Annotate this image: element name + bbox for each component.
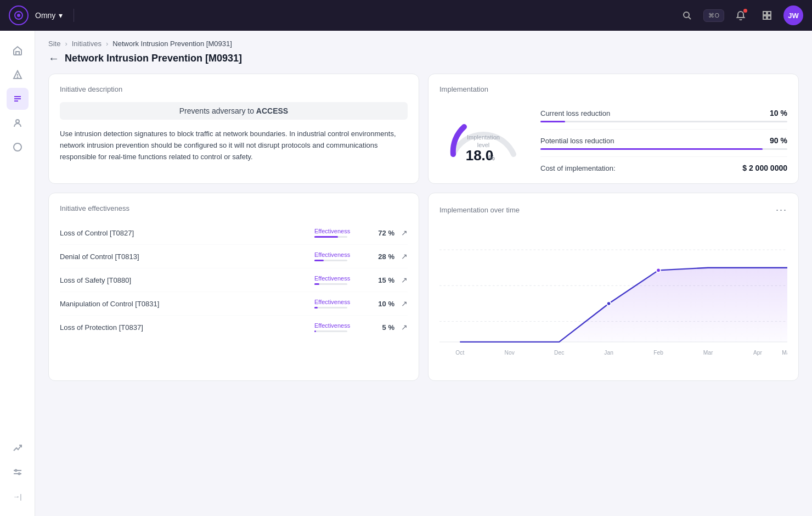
- eff-row-name: Denial of Control [T0813]: [60, 253, 308, 261]
- layout-icon[interactable]: [757, 5, 777, 25]
- potential-loss-row: Potential loss reduction 90 %: [540, 130, 787, 157]
- current-loss-value: 10 %: [770, 109, 787, 117]
- effectiveness-row: Loss of Control [T0827] Effectiveness 72…: [60, 221, 408, 245]
- cost-label: Cost of implementation:: [540, 164, 616, 172]
- sidebar-item-circle[interactable]: [7, 136, 29, 158]
- eff-row-pct: 10 %: [370, 300, 394, 308]
- breadcrumb-initiatives[interactable]: Initiatives: [72, 40, 101, 48]
- eff-row-tag: Effectiveness: [314, 322, 364, 332]
- svg-text:Jan: Jan: [604, 350, 613, 356]
- nav-logo: [9, 5, 29, 25]
- effectiveness-row: Loss of Safety [T0880] Effectiveness 15 …: [60, 268, 408, 292]
- breadcrumb-current: Network Intrusion Prevention [M0931]: [112, 40, 232, 48]
- effectiveness-card: Initiative effectiveness Loss of Control…: [48, 193, 419, 381]
- svg-text:%: %: [488, 154, 495, 162]
- nav-divider: [74, 9, 74, 22]
- eff-row-tag: Effectiveness: [314, 251, 364, 261]
- search-icon[interactable]: [677, 5, 697, 25]
- eff-row-pct: 15 %: [370, 276, 394, 284]
- user-avatar[interactable]: JW: [783, 5, 803, 25]
- svg-rect-4: [763, 12, 766, 15]
- eff-row-name: Loss of Protection [T0837]: [60, 323, 308, 332]
- svg-text:Oct: Oct: [455, 350, 464, 356]
- page-title-row: ← Network Intrusion Prevention [M0931]: [48, 52, 799, 65]
- svg-text:Feb: Feb: [653, 350, 663, 356]
- main-content: Site › Initiatives › Network Intrusion P…: [35, 31, 812, 516]
- cost-row: Cost of implementation: $ 2 000 0000: [540, 157, 787, 172]
- current-loss-bar-fill: [540, 121, 565, 122]
- nav-brand-label: Omny: [35, 11, 55, 20]
- eff-row-pct: 72 %: [370, 229, 394, 237]
- current-loss-row: Current loss reduction 10 %: [540, 102, 787, 130]
- svg-point-19: [18, 473, 20, 475]
- eff-row-link[interactable]: ↗: [401, 323, 408, 332]
- svg-line-3: [689, 17, 691, 19]
- breadcrumb-site[interactable]: Site: [48, 40, 60, 48]
- left-sidebar: →|: [0, 31, 35, 516]
- svg-rect-8: [16, 52, 19, 55]
- svg-point-28: [607, 301, 611, 305]
- sidebar-collapse-button[interactable]: →|: [7, 485, 29, 507]
- eff-row-name: Loss of Safety [T0880]: [60, 276, 308, 284]
- chart-svg: Oct Nov Dec Jan Feb Mar Apr May: [439, 225, 787, 367]
- svg-text:Mar: Mar: [703, 350, 713, 356]
- breadcrumb: Site › Initiatives › Network Intrusion P…: [48, 40, 799, 48]
- svg-rect-5: [768, 12, 771, 15]
- svg-text:Nov: Nov: [505, 350, 515, 356]
- initiative-description-card: Initiative description Prevents adversar…: [48, 74, 419, 184]
- eff-row-name: Manipulation of Control [T0831]: [60, 300, 308, 308]
- notification-bell[interactable]: [731, 5, 751, 25]
- potential-loss-label: Potential loss reduction: [540, 137, 614, 145]
- eff-row-tag: Effectiveness: [314, 275, 364, 285]
- sidebar-item-alerts[interactable]: [7, 64, 29, 86]
- svg-text:Apr: Apr: [753, 350, 763, 356]
- svg-point-10: [17, 77, 18, 77]
- eff-row-link[interactable]: ↗: [401, 228, 408, 237]
- access-keyword: ACCESS: [256, 106, 288, 115]
- gauge-svg: Implentation level 18.0 %: [442, 102, 525, 162]
- current-loss-label: Current loss reduction: [540, 109, 610, 117]
- svg-point-14: [16, 120, 19, 123]
- effectiveness-row: Manipulation of Control [T0831] Effectiv…: [60, 292, 408, 316]
- nav-brand-button[interactable]: Omny ▾: [35, 11, 63, 20]
- svg-text:Implentation: Implentation: [467, 134, 500, 141]
- eff-row-link[interactable]: ↗: [401, 252, 408, 261]
- page-title: Network Intrusion Prevention [M0931]: [65, 53, 242, 64]
- svg-text:Dec: Dec: [554, 350, 564, 356]
- cost-value: $ 2 000 0000: [742, 164, 787, 172]
- cards-grid: Initiative description Prevents adversar…: [48, 74, 799, 381]
- effectiveness-rows: Loss of Control [T0827] Effectiveness 72…: [60, 221, 408, 339]
- implementation-label: Implementation: [439, 85, 787, 93]
- initiative-description-label: Initiative description: [60, 85, 408, 93]
- back-button[interactable]: ←: [48, 52, 59, 65]
- potential-loss-value: 90 %: [770, 136, 787, 145]
- sidebar-item-trending[interactable]: [7, 437, 29, 459]
- svg-rect-7: [768, 16, 771, 19]
- description-text: Use intrusion detection signatures to bl…: [60, 128, 408, 162]
- implementation-card: Implementation Implentation level 18.0 %: [428, 74, 799, 184]
- implementation-content: Implentation level 18.0 % Current loss r…: [439, 102, 787, 172]
- sidebar-item-users[interactable]: [7, 112, 29, 134]
- chart-card: Implementation over time ···: [428, 193, 799, 381]
- potential-loss-bar-fill: [540, 148, 763, 150]
- current-loss-bar-bg: [540, 121, 787, 122]
- eff-row-tag: Effectiveness: [314, 228, 364, 238]
- chevron-down-icon: ▾: [59, 11, 63, 20]
- keyboard-shortcut: ⌘O: [703, 9, 724, 22]
- chart-menu-button[interactable]: ···: [776, 204, 787, 216]
- svg-point-15: [14, 143, 21, 151]
- sidebar-item-list[interactable]: [7, 88, 29, 110]
- breadcrumb-sep-1: ›: [65, 40, 67, 48]
- eff-row-link[interactable]: ↗: [401, 276, 408, 284]
- sidebar-item-settings[interactable]: [7, 461, 29, 483]
- metrics-panel: Current loss reduction 10 % Potenti: [540, 102, 787, 172]
- svg-point-18: [15, 470, 16, 472]
- effectiveness-row: Denial of Control [T0813] Effectiveness …: [60, 245, 408, 268]
- eff-row-link[interactable]: ↗: [401, 299, 408, 308]
- eff-row-name: Loss of Control [T0827]: [60, 229, 308, 237]
- chart-label: Implementation over time: [439, 206, 520, 214]
- eff-row-tag: Effectiveness: [314, 299, 364, 309]
- breadcrumb-sep-2: ›: [106, 40, 108, 48]
- sidebar-item-home[interactable]: [7, 40, 29, 61]
- gauge-container: Implentation level 18.0 %: [439, 102, 527, 162]
